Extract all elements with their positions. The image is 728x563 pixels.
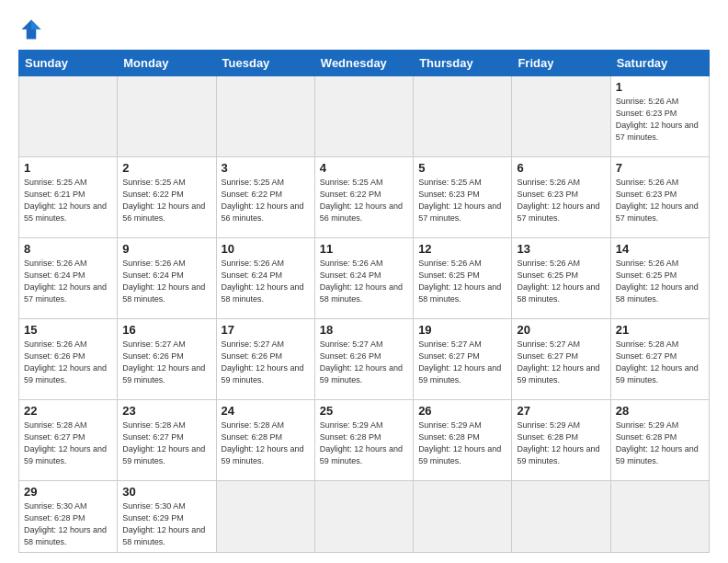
day-info: Sunrise: 5:27 AMSunset: 6:26 PMDaylight:…	[320, 339, 408, 386]
header	[18, 17, 710, 42]
calendar-cell: 17Sunrise: 5:27 AMSunset: 6:26 PMDayligh…	[216, 319, 314, 400]
calendar-cell: 5Sunrise: 5:25 AMSunset: 6:23 PMDaylight…	[414, 157, 512, 238]
day-number: 1	[616, 80, 704, 94]
day-number: 29	[24, 485, 112, 499]
day-number: 4	[320, 161, 408, 175]
calendar-cell	[19, 76, 118, 157]
day-number: 19	[418, 323, 506, 337]
day-header-tuesday: Tuesday	[216, 51, 314, 76]
day-number: 22	[24, 404, 112, 418]
calendar-cell	[512, 76, 610, 157]
calendar-header-row: SundayMondayTuesdayWednesdayThursdayFrid…	[19, 51, 710, 76]
day-header-saturday: Saturday	[610, 51, 709, 76]
calendar-cell	[414, 481, 512, 553]
day-number: 18	[320, 323, 408, 337]
calendar-cell: 9Sunrise: 5:26 AMSunset: 6:24 PMDaylight…	[118, 238, 216, 319]
day-number: 28	[616, 404, 704, 418]
day-info: Sunrise: 5:26 AMSunset: 6:23 PMDaylight:…	[517, 177, 605, 224]
logo	[18, 17, 48, 42]
calendar-cell: 23Sunrise: 5:28 AMSunset: 6:27 PMDayligh…	[118, 400, 216, 481]
calendar-cell: 2Sunrise: 5:25 AMSunset: 6:22 PMDaylight…	[118, 157, 216, 238]
day-info: Sunrise: 5:28 AMSunset: 6:27 PMDaylight:…	[616, 339, 704, 386]
calendar-cell: 1Sunrise: 5:26 AMSunset: 6:23 PMDaylight…	[610, 76, 709, 157]
day-number: 24	[222, 404, 310, 418]
calendar-cell: 3Sunrise: 5:25 AMSunset: 6:22 PMDaylight…	[216, 157, 314, 238]
calendar-cell: 10Sunrise: 5:26 AMSunset: 6:24 PMDayligh…	[216, 238, 314, 319]
day-info: Sunrise: 5:26 AMSunset: 6:23 PMDaylight:…	[616, 177, 704, 224]
day-number: 12	[418, 242, 506, 256]
day-number: 17	[222, 323, 310, 337]
calendar-cell	[216, 481, 314, 553]
day-header-thursday: Thursday	[414, 51, 512, 76]
calendar-cell: 11Sunrise: 5:26 AMSunset: 6:24 PMDayligh…	[314, 238, 413, 319]
day-info: Sunrise: 5:29 AMSunset: 6:28 PMDaylight:…	[616, 419, 704, 467]
calendar-cell: 8Sunrise: 5:26 AMSunset: 6:24 PMDaylight…	[19, 238, 118, 319]
calendar-cell: 13Sunrise: 5:26 AMSunset: 6:25 PMDayligh…	[512, 238, 610, 319]
day-number: 20	[517, 323, 605, 337]
day-info: Sunrise: 5:25 AMSunset: 6:22 PMDaylight:…	[320, 177, 408, 224]
day-number: 5	[418, 161, 506, 175]
day-number: 15	[24, 323, 112, 337]
calendar-table: SundayMondayTuesdayWednesdayThursdayFrid…	[18, 50, 710, 553]
day-info: Sunrise: 5:29 AMSunset: 6:28 PMDaylight:…	[517, 419, 605, 467]
day-info: Sunrise: 5:26 AMSunset: 6:24 PMDaylight:…	[24, 258, 112, 305]
day-info: Sunrise: 5:26 AMSunset: 6:24 PMDaylight:…	[222, 258, 310, 305]
calendar-week-row: 29Sunrise: 5:30 AMSunset: 6:28 PMDayligh…	[19, 481, 710, 553]
calendar-cell: 30Sunrise: 5:30 AMSunset: 6:29 PMDayligh…	[118, 481, 216, 553]
day-number: 6	[517, 161, 605, 175]
calendar-cell: 24Sunrise: 5:28 AMSunset: 6:28 PMDayligh…	[216, 400, 314, 481]
day-info: Sunrise: 5:30 AMSunset: 6:28 PMDaylight:…	[24, 500, 112, 548]
day-info: Sunrise: 5:29 AMSunset: 6:28 PMDaylight:…	[320, 419, 408, 467]
calendar-cell: 18Sunrise: 5:27 AMSunset: 6:26 PMDayligh…	[314, 319, 413, 400]
calendar-cell: 7Sunrise: 5:26 AMSunset: 6:23 PMDaylight…	[610, 157, 709, 238]
day-info: Sunrise: 5:25 AMSunset: 6:21 PMDaylight:…	[24, 177, 112, 224]
day-info: Sunrise: 5:28 AMSunset: 6:27 PMDaylight:…	[24, 419, 112, 467]
day-info: Sunrise: 5:27 AMSunset: 6:27 PMDaylight:…	[517, 339, 605, 386]
day-header-monday: Monday	[118, 51, 216, 76]
day-info: Sunrise: 5:25 AMSunset: 6:22 PMDaylight:…	[222, 177, 310, 224]
calendar-week-row: 15Sunrise: 5:26 AMSunset: 6:26 PMDayligh…	[19, 319, 710, 400]
calendar-week-row: 1Sunrise: 5:25 AMSunset: 6:21 PMDaylight…	[19, 157, 710, 238]
day-info: Sunrise: 5:26 AMSunset: 6:24 PMDaylight:…	[320, 258, 408, 305]
day-number: 25	[320, 404, 408, 418]
day-info: Sunrise: 5:25 AMSunset: 6:23 PMDaylight:…	[418, 177, 506, 224]
day-info: Sunrise: 5:26 AMSunset: 6:25 PMDaylight:…	[418, 258, 506, 305]
day-info: Sunrise: 5:28 AMSunset: 6:27 PMDaylight:…	[122, 419, 210, 467]
day-number: 26	[418, 404, 506, 418]
day-info: Sunrise: 5:26 AMSunset: 6:23 PMDaylight:…	[616, 96, 704, 144]
main-container: SundayMondayTuesdayWednesdayThursdayFrid…	[0, 0, 728, 562]
calendar-week-row: 22Sunrise: 5:28 AMSunset: 6:27 PMDayligh…	[19, 400, 710, 481]
day-header-wednesday: Wednesday	[314, 51, 413, 76]
calendar-cell: 12Sunrise: 5:26 AMSunset: 6:25 PMDayligh…	[414, 238, 512, 319]
day-number: 27	[517, 404, 605, 418]
calendar-cell	[216, 76, 314, 157]
day-number: 23	[122, 404, 210, 418]
day-info: Sunrise: 5:30 AMSunset: 6:29 PMDaylight:…	[122, 500, 210, 548]
calendar-cell: 20Sunrise: 5:27 AMSunset: 6:27 PMDayligh…	[512, 319, 610, 400]
calendar-cell: 26Sunrise: 5:29 AMSunset: 6:28 PMDayligh…	[414, 400, 512, 481]
day-info: Sunrise: 5:27 AMSunset: 6:27 PMDaylight:…	[418, 339, 506, 386]
day-number: 16	[122, 323, 210, 337]
calendar-cell	[610, 481, 709, 553]
calendar-cell: 22Sunrise: 5:28 AMSunset: 6:27 PMDayligh…	[19, 400, 118, 481]
day-info: Sunrise: 5:26 AMSunset: 6:25 PMDaylight:…	[616, 258, 704, 305]
day-info: Sunrise: 5:29 AMSunset: 6:28 PMDaylight:…	[418, 419, 506, 467]
day-info: Sunrise: 5:28 AMSunset: 6:28 PMDaylight:…	[222, 419, 310, 467]
day-number: 30	[122, 485, 210, 499]
day-number: 2	[122, 161, 210, 175]
calendar-cell: 19Sunrise: 5:27 AMSunset: 6:27 PMDayligh…	[414, 319, 512, 400]
day-number: 9	[122, 242, 210, 256]
calendar-cell: 16Sunrise: 5:27 AMSunset: 6:26 PMDayligh…	[118, 319, 216, 400]
day-number: 1	[24, 161, 112, 175]
calendar-cell: 6Sunrise: 5:26 AMSunset: 6:23 PMDaylight…	[512, 157, 610, 238]
day-info: Sunrise: 5:26 AMSunset: 6:25 PMDaylight:…	[517, 258, 605, 305]
calendar-cell	[314, 481, 413, 553]
day-info: Sunrise: 5:27 AMSunset: 6:26 PMDaylight:…	[122, 339, 210, 386]
day-number: 8	[24, 242, 112, 256]
calendar-week-row: 8Sunrise: 5:26 AMSunset: 6:24 PMDaylight…	[19, 238, 710, 319]
calendar-cell: 21Sunrise: 5:28 AMSunset: 6:27 PMDayligh…	[610, 319, 709, 400]
day-info: Sunrise: 5:25 AMSunset: 6:22 PMDaylight:…	[122, 177, 210, 224]
calendar-cell	[314, 76, 413, 157]
calendar-week-row: 1Sunrise: 5:26 AMSunset: 6:23 PMDaylight…	[19, 76, 710, 157]
calendar-cell: 27Sunrise: 5:29 AMSunset: 6:28 PMDayligh…	[512, 400, 610, 481]
